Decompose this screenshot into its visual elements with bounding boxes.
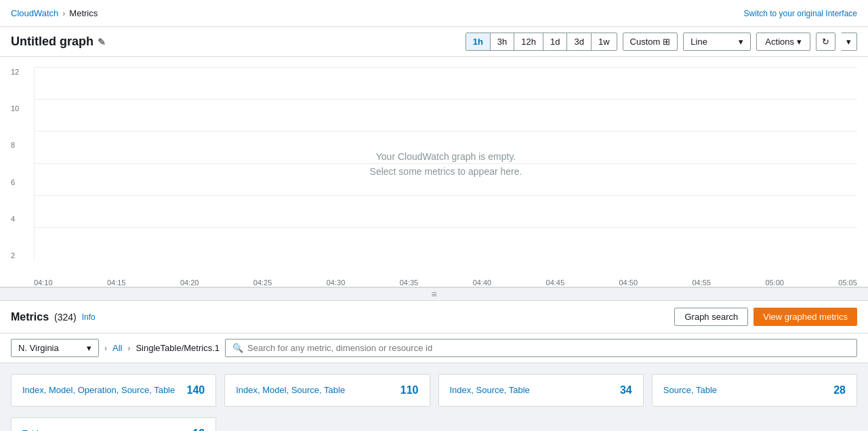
edit-icon[interactable]: ✎ [98,37,106,47]
metric-card-0[interactable]: Index, Model, Operation, Source, Table 1… [11,374,216,407]
refresh-icon: ↻ [822,37,829,47]
view-graphed-metrics-button[interactable]: View graphed metrics [753,308,857,326]
card-count-4: 12 [192,428,205,431]
x-label-0420: 04:20 [180,279,199,287]
x-label-0455: 04:55 [692,279,711,287]
region-label: N. Virginia [18,343,59,353]
graph-title-container: Untitled graph ✎ [11,35,460,49]
dropdown-arrow-icon: ▾ [739,37,743,47]
nav-separator: › [104,344,107,353]
graph-plot-area: Your CloudWatch graph is empty. Select s… [34,68,857,260]
grid-line-8 [35,131,857,131]
x-label-0500: 05:00 [765,279,784,287]
time-btn-1w[interactable]: 1w [592,33,617,50]
breadcrumb-separator: › [62,9,65,18]
graph-search-button[interactable]: Graph search [674,308,748,326]
y-label-4: 4 [11,215,19,223]
x-label-0445: 04:45 [546,279,565,287]
drag-handle-icon: ≡ [431,289,436,299]
custom-button[interactable]: Custom ⊞ [623,33,678,51]
y-label-6: 6 [11,178,19,186]
breadcrumb-metrics: Metrics [69,8,98,18]
x-label-0435: 04:35 [400,279,419,287]
metric-card-2[interactable]: Index, Source, Table 34 [438,374,644,407]
x-label-0505: 05:05 [838,279,857,287]
card-count-3: 28 [833,384,846,396]
x-label-0430: 04:30 [327,279,346,287]
info-button[interactable]: Info [82,312,96,322]
graph-inner: 2 4 6 8 10 12 Your CloudWatch graph is e… [0,68,868,287]
time-btn-3d[interactable]: 3d [567,33,591,50]
card-row: Index, Model, Source, Table 110 [236,384,418,396]
graph-title: Untitled graph [11,35,94,49]
x-axis: 04:10 04:15 04:20 04:25 04:30 04:35 04:4… [34,279,857,287]
x-label-0450: 04:50 [619,279,638,287]
time-btn-12h[interactable]: 12h [514,33,543,50]
y-label-10: 10 [11,104,19,112]
metrics-section: Metrics (324) Info Graph search View gra… [0,301,868,431]
metrics-header: Metrics (324) Info Graph search View gra… [0,301,868,333]
more-options-button[interactable]: ▾ [841,33,857,51]
metric-search-input[interactable] [247,343,850,353]
calendar-icon: ⊞ [663,37,670,47]
card-count-0: 140 [187,384,205,396]
y-axis: 2 4 6 8 10 12 [11,68,19,260]
metric-cards-row1: Index, Model, Operation, Source, Table 1… [0,363,868,417]
metrics-count: (324) [54,312,77,323]
metric-cards-row2: Table 12 [0,417,868,431]
x-label-0425: 04:25 [253,279,272,287]
custom-label: Custom [630,37,661,47]
card-row: Source, Table 28 [663,384,846,396]
actions-button[interactable]: Actions ▾ [756,33,810,51]
resize-divider[interactable]: ≡ [0,287,868,301]
actions-arrow-icon: ▾ [797,37,802,47]
cloudwatch-link[interactable]: CloudWatch [11,8,58,18]
empty-line1: Your CloudWatch graph is empty. [370,148,522,163]
grid-line-10 [35,99,857,100]
card-row: Index, Model, Operation, Source, Table 1… [22,384,205,396]
card-label-3: Source, Table [663,384,717,396]
region-dropdown-arrow-icon: ▾ [87,343,91,353]
line-dropdown[interactable]: Line ▾ [683,33,751,51]
y-label-8: 8 [11,141,19,149]
actions-label: Actions [765,37,794,47]
metrics-section-title: Metrics [11,311,49,323]
empty-graph-message: Your CloudWatch graph is empty. Select s… [370,148,522,179]
nav-all-link[interactable]: All [112,343,122,353]
card-row: Table 12 [22,428,205,431]
empty-line2: Select some metrics to appear here. [370,164,522,179]
grid-line-2 [35,227,857,228]
nav-path: SingleTable/Metrics.1 [136,343,220,353]
time-btn-1d[interactable]: 1d [543,33,567,50]
metrics-actions: Graph search View graphed metrics [674,308,857,326]
top-bar: CloudWatch › Metrics Switch to your orig… [0,0,868,27]
metric-card-3[interactable]: Source, Table 28 [652,374,857,407]
graph-container: 2 4 6 8 10 12 Your CloudWatch graph is e… [0,57,868,287]
switch-interface-link[interactable]: Switch to your original Interface [744,9,857,18]
card-count-1: 110 [400,384,419,396]
main-header: Untitled graph ✎ 1h 3h 12h 1d 3d 1w Cust… [0,27,868,57]
card-label-0: Index, Model, Operation, Source, Table [22,384,175,396]
card-row: Index, Source, Table 34 [450,384,632,396]
nav-separator-2: › [127,344,130,353]
breadcrumb: CloudWatch › Metrics [11,8,744,18]
filter-bar: N. Virginia ▾ › All › SingleTable/Metric… [0,333,868,363]
time-btn-3h[interactable]: 3h [491,33,514,50]
metric-card-1[interactable]: Index, Model, Source, Table 110 [224,374,430,407]
card-label-1: Index, Model, Source, Table [236,384,345,396]
x-label-0410: 04:10 [34,279,53,287]
region-dropdown[interactable]: N. Virginia ▾ [11,339,99,357]
time-btn-1h[interactable]: 1h [466,33,491,50]
y-label-2: 2 [11,251,19,260]
x-label-0440: 04:40 [473,279,492,287]
card-label-2: Index, Source, Table [450,384,530,396]
time-range-group: 1h 3h 12h 1d 3d 1w [466,33,617,51]
metric-card-4[interactable]: Table 12 [11,417,216,431]
line-label: Line [690,37,707,47]
grid-line-12 [35,67,857,68]
refresh-button[interactable]: ↻ [816,33,835,51]
grid-line-4 [35,195,857,196]
card-label-4: Table [22,428,43,431]
card-count-2: 34 [620,384,632,396]
metric-search-box[interactable]: 🔍 [225,339,857,357]
